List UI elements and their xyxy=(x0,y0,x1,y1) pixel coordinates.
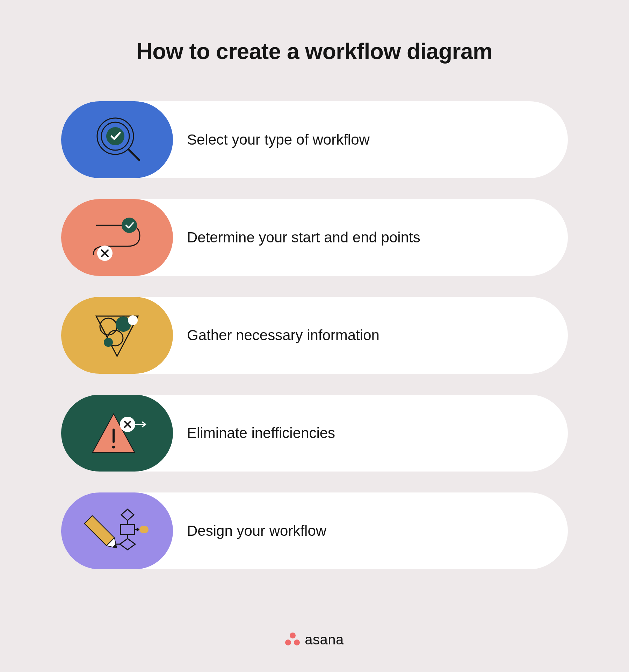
step-row: Determine your start and end points xyxy=(61,199,568,276)
step-badge xyxy=(61,297,173,374)
step-label: Determine your start and end points xyxy=(187,229,420,246)
warning-remove-icon xyxy=(82,405,152,461)
svg-point-3 xyxy=(106,127,124,145)
step-label: Design your workflow xyxy=(187,523,326,539)
svg-marker-24 xyxy=(121,509,134,520)
svg-point-13 xyxy=(104,338,113,347)
magnifier-check-icon xyxy=(82,112,152,168)
asana-logo-icon xyxy=(285,633,300,647)
svg-marker-30 xyxy=(120,539,135,550)
step-row: Select your type of workflow xyxy=(61,101,568,178)
path-start-end-icon xyxy=(82,210,152,265)
steps-list: Select your type of workflow Determine y… xyxy=(61,101,568,569)
step-badge xyxy=(61,492,173,569)
step-row: Design your workflow xyxy=(61,492,568,569)
step-label: Eliminate inefficiencies xyxy=(187,425,335,441)
svg-point-9 xyxy=(100,318,117,335)
brand-name: asana xyxy=(305,632,344,648)
svg-point-16 xyxy=(112,446,115,448)
svg-line-2 xyxy=(128,149,140,161)
svg-point-11 xyxy=(128,315,138,325)
step-badge xyxy=(61,101,173,178)
funnel-icon xyxy=(82,307,152,363)
step-badge xyxy=(61,395,173,472)
step-label: Gather necessary information xyxy=(187,327,379,344)
pencil-flowchart-icon xyxy=(82,503,152,559)
step-row: Gather necessary information xyxy=(61,297,568,374)
svg-rect-26 xyxy=(121,525,135,534)
step-badge xyxy=(61,199,173,276)
step-row: Eliminate inefficiencies xyxy=(61,395,568,472)
footer-brand: asana xyxy=(0,632,629,648)
svg-point-4 xyxy=(122,218,137,233)
svg-rect-21 xyxy=(84,516,114,546)
step-label: Select your type of workflow xyxy=(187,131,370,148)
page-title: How to create a workflow diagram xyxy=(0,38,629,64)
svg-rect-28 xyxy=(139,526,149,533)
